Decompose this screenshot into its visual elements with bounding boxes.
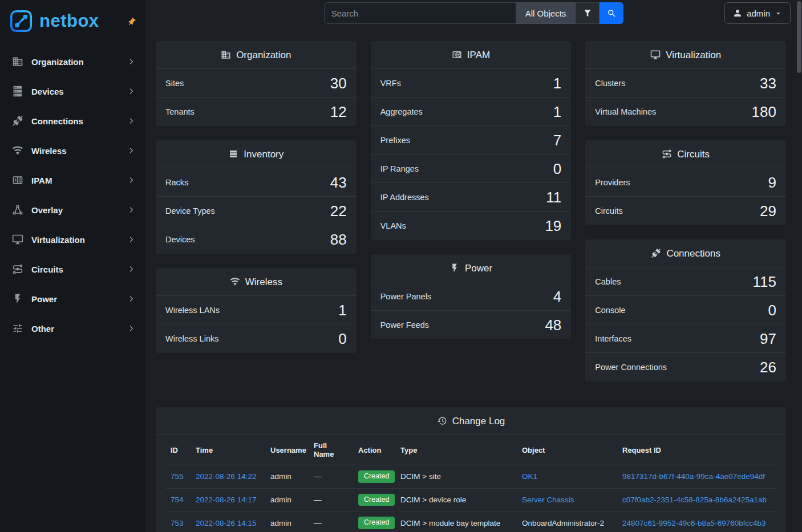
stat-label: VLANs: [380, 221, 406, 230]
stat-row-sites[interactable]: Sites30: [156, 69, 357, 98]
changelog-icon: [437, 416, 447, 426]
time-link[interactable]: 2022-08-26 14:17: [196, 496, 257, 504]
sidebar-item-devices[interactable]: Devices: [0, 76, 145, 106]
changelog-table: IDTimeUsernameFull NameActionTypeObjectR…: [166, 435, 776, 532]
cell-id: 754: [166, 488, 191, 511]
sidebar-item-circuits[interactable]: Circuits: [0, 254, 145, 284]
card-header: Connections: [585, 239, 786, 267]
sidebar-item-label: Virtualization: [31, 235, 127, 245]
id-link[interactable]: 755: [171, 472, 184, 481]
card-title: Power: [465, 263, 492, 273]
stat-row-power-connections[interactable]: Power Connections26: [585, 353, 786, 381]
time-link[interactable]: 2022-08-26 14:15: [196, 519, 257, 527]
sidebar-item-organization[interactable]: Organization: [0, 47, 145, 76]
other-icon: [12, 323, 23, 334]
sidebar-item-other[interactable]: Other: [0, 314, 145, 343]
chevron-right-icon: [127, 265, 135, 273]
stat-value: 19: [545, 218, 561, 233]
id-link[interactable]: 754: [171, 496, 184, 504]
stat-row-virtual-machines[interactable]: Virtual Machines180: [585, 98, 786, 126]
changelog-title: Change Log: [452, 416, 505, 426]
card-header: Virtualization: [585, 41, 786, 69]
table-row: 7532022-08-26 14:15admin—CreatedDCIM > m…: [166, 511, 776, 532]
scrollbar[interactable]: [796, 0, 802, 532]
stat-row-vlans[interactable]: VLANs19: [371, 212, 572, 240]
object-type-button[interactable]: All Objects: [516, 2, 576, 24]
stat-row-wireless-lans[interactable]: Wireless LANs1: [156, 296, 357, 324]
circuits-icon: [662, 149, 672, 159]
request-id-link[interactable]: 9817317d-b67f-440a-99ca-4ae07ede94df: [622, 472, 765, 481]
stat-row-tenants[interactable]: Tenants12: [156, 98, 357, 126]
virtualization-icon: [12, 234, 23, 245]
stat-row-circuits[interactable]: Circuits29: [585, 197, 786, 225]
stat-label: Sites: [165, 79, 184, 88]
stat-row-power-feeds[interactable]: Power Feeds48: [371, 311, 572, 339]
stat-row-power-panels[interactable]: Power Panels4: [371, 282, 572, 311]
search-button[interactable]: [600, 2, 623, 24]
stat-row-aggregates[interactable]: Aggregates1: [371, 98, 572, 126]
scrollbar-thumb[interactable]: [797, 1, 801, 73]
sidebar-item-label: Overlay: [31, 205, 127, 215]
request-id-link[interactable]: c07f0ab2-2351-4c58-825a-8b6a2425a1ab: [622, 496, 767, 504]
stat-value: 7: [553, 133, 561, 148]
stat-label: Power Feeds: [380, 320, 429, 330]
netbox-logo-text: netbox: [39, 11, 99, 31]
stat-label: Racks: [165, 178, 188, 187]
user-label: admin: [747, 9, 770, 18]
stat-row-console[interactable]: Console0: [585, 296, 786, 324]
object-link[interactable]: Server Chassis: [522, 496, 574, 504]
stat-row-device-types[interactable]: Device Types22: [156, 197, 357, 225]
sidebar-item-overlay[interactable]: Overlay: [0, 195, 145, 225]
stat-row-clusters[interactable]: Clusters33: [585, 69, 786, 98]
column-header-action: Action: [354, 435, 396, 465]
sidebar-item-connections[interactable]: Connections: [0, 106, 145, 136]
stat-value: 48: [545, 318, 561, 332]
stat-row-vrfs[interactable]: VRFs1: [371, 69, 572, 98]
user-menu-button[interactable]: admin: [724, 2, 791, 24]
filter-button[interactable]: [576, 2, 600, 24]
time-link[interactable]: 2022-08-26 14:22: [196, 472, 257, 481]
sidebar-item-virtualization[interactable]: Virtualization: [0, 225, 145, 254]
search-icon: [607, 9, 617, 18]
stat-row-cables[interactable]: Cables115: [585, 267, 786, 296]
caret-down-icon: [774, 9, 783, 18]
cell-action: Created: [354, 488, 396, 511]
column-header-id: ID: [166, 435, 191, 465]
stat-row-providers[interactable]: Providers9: [585, 168, 786, 197]
id-link[interactable]: 753: [171, 519, 184, 527]
stat-value: 12: [330, 104, 347, 119]
card-power: PowerPower Panels4Power Feeds48: [371, 254, 572, 339]
power-icon: [12, 293, 23, 304]
card-header: Circuits: [585, 140, 786, 168]
pin-icon[interactable]: [127, 17, 136, 27]
cell-object: Server Chassis: [517, 488, 618, 511]
chevron-right-icon: [127, 206, 135, 214]
search-input[interactable]: [324, 2, 516, 24]
stat-value: 0: [768, 303, 776, 318]
object-link[interactable]: OK1: [522, 472, 537, 481]
stat-row-ip-addresses[interactable]: IP Addresses11: [371, 183, 572, 212]
card-wireless: WirelessWireless LANs1Wireless Links0: [156, 268, 357, 353]
stat-row-wireless-links[interactable]: Wireless Links0: [156, 324, 357, 353]
sidebar-item-wireless[interactable]: Wireless: [0, 136, 145, 165]
dashboard-grid: OrganizationSites30Tenants12InventoryRac…: [156, 41, 786, 381]
sidebar-item-power[interactable]: Power: [0, 284, 145, 314]
ipam-icon: [12, 174, 23, 186]
stat-row-devices[interactable]: Devices88: [156, 225, 357, 254]
stat-label: VRFs: [380, 79, 401, 88]
cell-request-id: 24807c61-9952-49c6-b8a5-69760bfcc4b3: [618, 511, 776, 532]
dashboard-column-1: OrganizationSites30Tenants12InventoryRac…: [156, 41, 357, 353]
request-id-link[interactable]: 24807c61-9952-49c6-b8a5-69760bfcc4b3: [622, 519, 765, 527]
stat-row-racks[interactable]: Racks43: [156, 168, 357, 197]
stat-row-ip-ranges[interactable]: IP Ranges0: [371, 155, 572, 183]
sidebar-item-label: Wireless: [31, 146, 127, 156]
stat-row-interfaces[interactable]: Interfaces97: [585, 324, 786, 353]
stat-row-prefixes[interactable]: Prefixes7: [371, 126, 572, 155]
netbox-logo[interactable]: netbox: [8, 8, 99, 34]
column-header-full-name: Full Name: [309, 435, 354, 465]
column-header-username: Username: [266, 435, 309, 465]
sidebar-item-ipam[interactable]: IPAM: [0, 165, 145, 195]
card-connections: ConnectionsCables115Console0Interfaces97…: [585, 239, 786, 381]
stat-value: 43: [330, 175, 347, 190]
main-area: All Objects admin OrganizationSites30Ten…: [145, 0, 802, 532]
